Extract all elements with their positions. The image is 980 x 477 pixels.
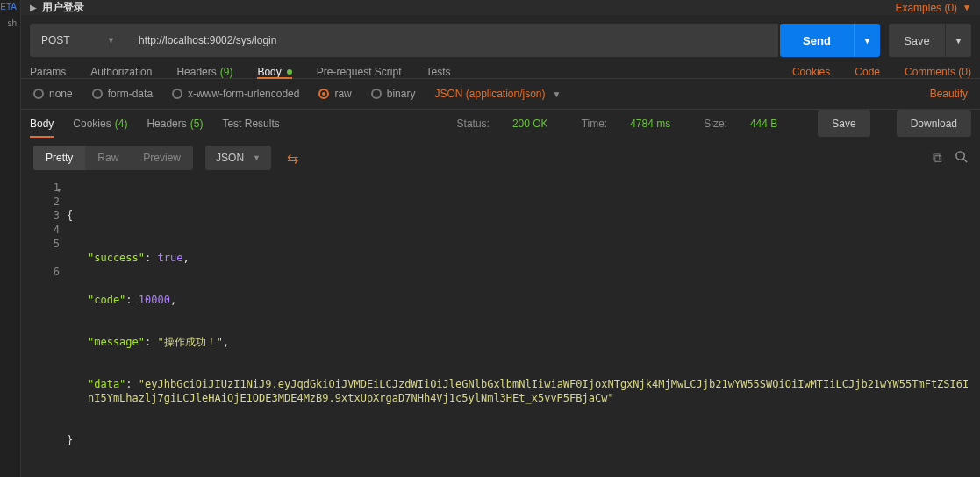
json-value: true (157, 252, 182, 264)
time-value: 4784 ms (630, 117, 670, 130)
json-key: "message" (88, 336, 145, 348)
bodytype-none[interactable]: none (33, 88, 73, 100)
resp-download-button[interactable]: Download (897, 110, 971, 137)
line-number: 4 (21, 223, 60, 237)
tab-tests[interactable]: Tests (426, 66, 450, 78)
cookies-link[interactable]: Cookies (792, 66, 830, 78)
bodytype-formdata-label: form-data (108, 88, 153, 100)
save-button[interactable]: Save (889, 24, 945, 57)
chevron-down-icon: ▼ (107, 36, 115, 45)
examples-chevron-icon[interactable]: ▼ (962, 3, 971, 12)
bodytype-binary[interactable]: binary (371, 88, 416, 100)
json-value: "操作成功！" (157, 336, 222, 348)
radio-icon (172, 89, 182, 99)
line-number: 5 (21, 237, 60, 265)
tab-body-label: Body (257, 66, 281, 78)
send-dropdown-button[interactable]: ▼ (854, 24, 880, 57)
radio-icon (33, 89, 44, 99)
bodytype-none-label: none (49, 88, 73, 100)
comments-link[interactable]: Comments (0) (905, 66, 971, 78)
svg-point-0 (956, 152, 964, 160)
http-method-value: POST (41, 34, 70, 46)
resp-view-raw[interactable]: Raw (85, 146, 131, 170)
resp-tab-headers-count: (5) (190, 117, 204, 130)
size-value: 444 B (750, 117, 777, 130)
bodytype-raw[interactable]: raw (318, 88, 351, 100)
json-value: "eyJhbGciOiJIUzI1NiJ9.eyJqdGkiOiJVMDEiLC… (88, 378, 969, 404)
tab-headers-label: Headers (176, 66, 216, 78)
tab-params[interactable]: Params (30, 66, 66, 78)
search-icon[interactable] (955, 150, 968, 166)
json-key: "code" (88, 294, 125, 306)
bodytype-xform-label: x-www-form-urlencoded (188, 88, 299, 100)
resp-format-label: JSON (216, 152, 244, 164)
wrap-lines-icon[interactable]: ⇆ (282, 146, 304, 170)
collapse-triangle-icon[interactable]: ▶ (30, 3, 37, 12)
left-rail: ETA sh (0, 0, 21, 477)
bodytype-xform[interactable]: x-www-form-urlencoded (172, 88, 299, 100)
status-value: 200 OK (512, 117, 548, 130)
left-rail-item: sh (0, 18, 17, 28)
time-label: Time: (582, 117, 608, 130)
resp-view-pretty[interactable]: Pretty (33, 146, 85, 170)
resp-save-button[interactable]: Save (818, 110, 869, 137)
request-title: 用户登录 (42, 0, 84, 15)
resp-tab-headers[interactable]: Headers (5) (147, 110, 203, 137)
bodytype-raw-label: raw (334, 88, 351, 100)
beautify-link[interactable]: Beautify (930, 88, 968, 100)
resp-tab-cookies-label: Cookies (73, 117, 111, 130)
tab-prerequest[interactable]: Pre-request Script (317, 66, 402, 78)
examples-dropdown[interactable]: Examples (0) (895, 2, 957, 14)
left-rail-beta: ETA (0, 2, 17, 11)
tab-body[interactable]: Body (257, 66, 291, 78)
bodytype-formdata[interactable]: form-data (92, 88, 153, 100)
resp-tab-testresults[interactable]: Test Results (222, 110, 279, 137)
tab-headers-count: (9) (220, 66, 233, 78)
resp-tab-cookies[interactable]: Cookies (4) (73, 110, 127, 137)
resp-tab-headers-label: Headers (147, 117, 186, 130)
line-number: 2 (21, 195, 60, 209)
bodytype-binary-label: binary (387, 88, 416, 100)
chevron-down-icon: ▼ (553, 89, 562, 99)
resp-view-segment: Pretty Raw Preview (33, 146, 193, 170)
resp-format-select[interactable]: JSON ▼ (205, 146, 271, 170)
response-body-editor[interactable]: 1▾ 2 3 4 5 6 { "success": true, "code": … (21, 179, 980, 477)
url-input[interactable] (126, 24, 778, 57)
tab-headers[interactable]: Headers (9) (176, 66, 232, 78)
json-value: 10000 (139, 294, 170, 306)
json-key: "success" (88, 252, 145, 264)
radio-icon (92, 89, 103, 99)
body-modified-dot-icon (287, 69, 292, 75)
resp-view-preview[interactable]: Preview (131, 146, 193, 170)
svg-line-1 (963, 159, 967, 162)
chevron-down-icon: ▼ (253, 153, 261, 162)
save-dropdown-button[interactable]: ▼ (945, 24, 971, 57)
size-label: Size: (704, 117, 727, 130)
content-type-select[interactable]: JSON (application/json) ▼ (434, 88, 561, 100)
line-number: 3 (21, 209, 60, 223)
json-key: "data" (88, 378, 125, 390)
status-label: Status: (457, 117, 490, 130)
code-link[interactable]: Code (855, 66, 880, 78)
send-button[interactable]: Send (780, 24, 854, 57)
copy-icon[interactable]: ⧉ (933, 150, 942, 166)
radio-icon (318, 89, 329, 99)
line-number: 6 (21, 265, 60, 279)
resp-tab-cookies-count: (4) (115, 117, 128, 130)
http-method-select[interactable]: POST ▼ (30, 24, 126, 57)
resp-tab-body[interactable]: Body (30, 110, 54, 137)
radio-icon (371, 89, 382, 99)
content-type-label: JSON (application/json) (434, 88, 545, 100)
tab-authorization[interactable]: Authorization (90, 66, 152, 78)
